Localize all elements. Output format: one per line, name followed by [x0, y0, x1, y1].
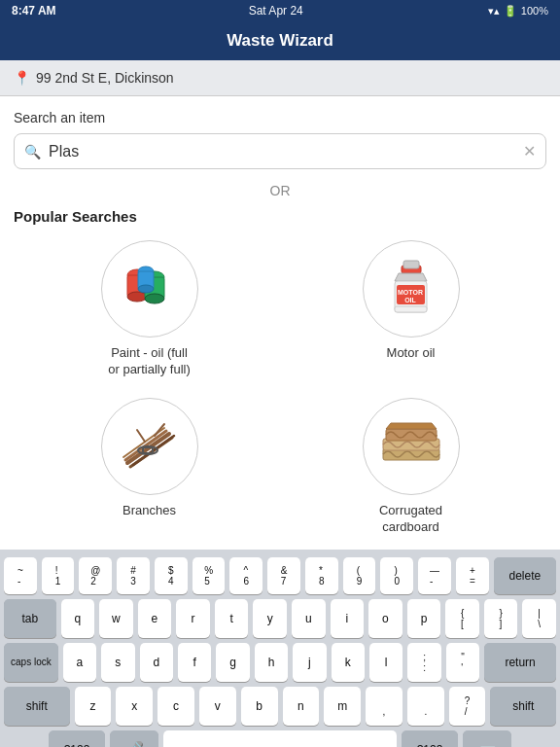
key-5[interactable]: %5	[192, 557, 226, 594]
key-microphone[interactable]: 🎤	[110, 730, 158, 747]
key-comma[interactable]: ,	[366, 687, 402, 726]
svg-marker-10	[395, 273, 427, 281]
key-9[interactable]: (9	[343, 557, 376, 594]
key-bracket-close[interactable]: }]	[484, 599, 518, 638]
key-7[interactable]: &7	[267, 557, 300, 594]
key-b[interactable]: b	[241, 687, 278, 726]
popular-item-cardboard-label: Corrugatedcardboard	[379, 503, 442, 536]
popular-item-motor-oil-circle: MOTOR OIL	[363, 240, 460, 338]
key-num-toggle[interactable]: ?123	[49, 730, 105, 747]
search-box[interactable]: 🔍 Plas ✕	[14, 133, 546, 169]
key-z[interactable]: z	[75, 687, 112, 726]
key-space[interactable]	[163, 730, 397, 747]
popular-item-motor-oil[interactable]: MOTOR OIL Motor oil	[285, 240, 537, 378]
popular-searches-label: Popular Searches	[14, 208, 546, 225]
key-j[interactable]: j	[293, 643, 326, 682]
popular-item-paint-oil-label: Paint - oil (fullor partially full)	[108, 345, 191, 378]
location-bar[interactable]: 📍 99 2nd St E, Dickinson	[0, 60, 560, 96]
keyboard[interactable]: ~- !1 @2 #3 $4 %5 ^6 &7 *8 (9 )0 —- += d…	[0, 550, 560, 747]
key-o[interactable]: o	[368, 599, 402, 638]
popular-item-branches[interactable]: Branches	[23, 398, 275, 536]
key-w[interactable]: w	[99, 599, 133, 638]
key-k[interactable]: k	[332, 643, 365, 682]
key-f[interactable]: f	[178, 643, 211, 682]
svg-point-5	[145, 294, 164, 303]
key-quote[interactable]: "'	[446, 643, 479, 682]
key-m[interactable]: m	[324, 687, 361, 726]
key-tab[interactable]: tab	[4, 599, 56, 638]
key-bracket-open[interactable]: {[	[445, 599, 479, 638]
keyboard-row-zxcv: shift z x c v b n m , . ?/ shift	[4, 687, 556, 726]
key-tilde[interactable]: ~-	[4, 557, 37, 594]
key-i[interactable]: i	[331, 599, 365, 638]
popular-item-branches-label: Branches	[122, 503, 176, 519]
search-clear-button[interactable]: ✕	[523, 142, 536, 160]
svg-text:MOTOR: MOTOR	[398, 289, 423, 296]
svg-text:OIL: OIL	[404, 297, 416, 303]
status-date: Sat Apr 24	[249, 4, 303, 18]
key-s[interactable]: s	[101, 643, 134, 682]
key-delete[interactable]: delete	[494, 557, 556, 594]
key-l[interactable]: l	[369, 643, 402, 682]
motor-oil-icon: MOTOR OIL	[377, 255, 445, 323]
key-caps-lock[interactable]: caps lock	[4, 643, 58, 682]
key-r[interactable]: r	[176, 599, 210, 638]
popular-searches-grid: Paint - oil (fullor partially full) MOTO…	[14, 240, 546, 536]
key-n[interactable]: n	[283, 687, 320, 726]
key-2[interactable]: @2	[79, 557, 112, 594]
key-return[interactable]: return	[484, 643, 556, 682]
key-h[interactable]: h	[255, 643, 288, 682]
key-pipe[interactable]: |\	[522, 599, 556, 638]
svg-rect-28	[386, 429, 437, 441]
key-4[interactable]: $4	[155, 557, 188, 594]
search-icon: 🔍	[24, 144, 41, 160]
key-a[interactable]: a	[63, 643, 96, 682]
key-semicolon[interactable]: ;:	[407, 643, 440, 682]
paint-oil-icon	[116, 255, 184, 323]
key-u[interactable]: u	[292, 599, 326, 638]
app-header: Waste Wizard	[0, 21, 560, 60]
popular-item-paint-oil[interactable]: Paint - oil (fullor partially full)	[23, 240, 275, 378]
app-title: Waste Wizard	[227, 31, 333, 50]
search-input-value[interactable]: Plas	[49, 143, 515, 160]
key-3[interactable]: #3	[117, 557, 150, 594]
key-x[interactable]: x	[116, 687, 153, 726]
key-e[interactable]: e	[138, 599, 172, 638]
key-t[interactable]: t	[215, 599, 249, 638]
battery-icon: 🔋	[504, 5, 517, 18]
key-1[interactable]: !1	[42, 557, 75, 594]
svg-line-23	[137, 430, 145, 442]
key-y[interactable]: y	[253, 599, 287, 638]
key-keyboard-icon[interactable]: ⌨️	[463, 730, 511, 747]
svg-point-8	[138, 285, 154, 293]
key-slash[interactable]: ?/	[449, 687, 486, 726]
key-g[interactable]: g	[216, 643, 249, 682]
key-shift-right[interactable]: shift	[490, 687, 556, 726]
key-num-toggle-right[interactable]: ?123	[402, 730, 458, 747]
keyboard-row-numbers: ~- !1 @2 #3 $4 %5 ^6 &7 *8 (9 )0 —- += d…	[4, 557, 556, 594]
svg-rect-15	[395, 306, 427, 312]
status-time: 8:47 AM	[12, 4, 56, 18]
key-v[interactable]: v	[199, 687, 236, 726]
popular-item-motor-oil-label: Motor oil	[387, 345, 436, 362]
key-8[interactable]: *8	[305, 557, 338, 594]
key-6[interactable]: ^6	[229, 557, 262, 594]
svg-point-2	[127, 292, 147, 302]
keyboard-row-asdf: caps lock a s d f g h j k l ;: "' return	[4, 643, 556, 682]
key-c[interactable]: c	[158, 687, 194, 726]
keyboard-row-qwerty: tab q w e r t y u i o p {[ }] |\	[4, 599, 556, 638]
key-p[interactable]: p	[407, 599, 441, 638]
key-dash[interactable]: —-	[418, 557, 451, 594]
key-shift-left[interactable]: shift	[4, 687, 70, 726]
popular-item-paint-oil-circle	[101, 240, 198, 338]
branches-icon	[116, 412, 184, 480]
popular-item-cardboard[interactable]: Corrugatedcardboard	[285, 398, 537, 536]
or-divider: OR	[14, 183, 546, 198]
popular-item-branches-circle	[101, 398, 198, 495]
key-d[interactable]: d	[140, 643, 173, 682]
key-q[interactable]: q	[61, 599, 95, 638]
key-plus[interactable]: +=	[456, 557, 489, 594]
key-0[interactable]: )0	[380, 557, 413, 594]
svg-marker-29	[386, 423, 437, 429]
key-period[interactable]: .	[407, 687, 444, 726]
